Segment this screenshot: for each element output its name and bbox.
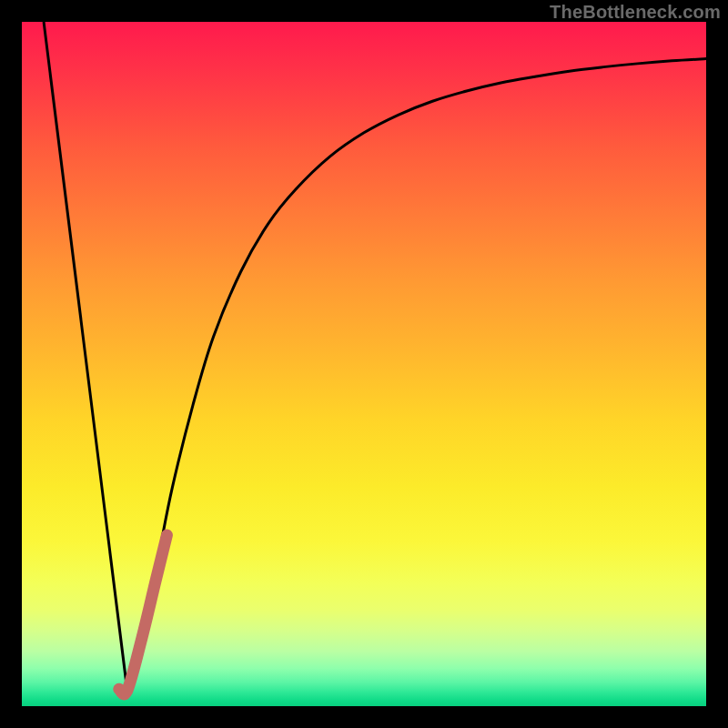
chart-container: TheBottleneck.com <box>0 0 728 728</box>
watermark-text: TheBottleneck.com <box>550 2 721 23</box>
plot-area <box>22 22 706 706</box>
series-left-falling <box>44 22 127 691</box>
series-main-curve <box>127 59 706 691</box>
chart-svg <box>22 22 706 706</box>
series-accent-segment <box>119 535 167 694</box>
